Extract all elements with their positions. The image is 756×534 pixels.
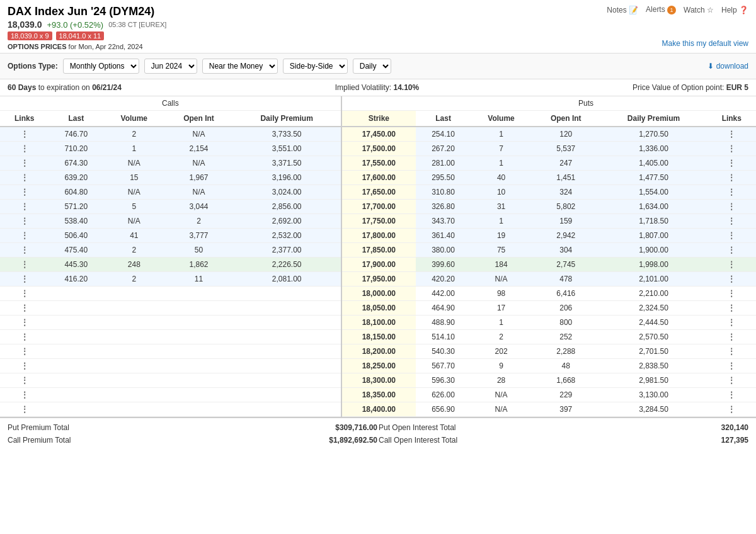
col-dp-puts: Daily Premium [600, 111, 707, 127]
put-last: 596.30 [416, 373, 471, 388]
links-right[interactable]: ⋮ [707, 359, 756, 373]
table-row: ⋮ 18,200.00 540.30 202 2,288 2,701.50 ⋮ [0, 344, 756, 359]
default-view-link[interactable]: Make this my default view [662, 39, 748, 48]
table-row: ⋮ 674.30 N/A N/A 3,371.50 17,550.00 281.… [0, 156, 756, 171]
call-daily-premium [233, 287, 341, 301]
links-right[interactable]: ⋮ [707, 388, 756, 402]
put-volume: 40 [471, 171, 532, 185]
put-daily-premium: 1,900.00 [600, 243, 707, 258]
put-volume: 184 [471, 258, 532, 272]
call-daily-premium [233, 359, 341, 373]
links-left[interactable]: ⋮ [0, 127, 49, 142]
links-right[interactable]: ⋮ [707, 301, 756, 315]
table-row: ⋮ 639.20 15 1,967 3,196.00 17,600.00 295… [0, 171, 756, 185]
table-row: ⋮ 18,350.00 626.00 N/A 229 3,130.00 ⋮ [0, 388, 756, 402]
put-volume: N/A [471, 388, 532, 402]
watch-link[interactable]: Watch ☆ [684, 6, 714, 14]
price-point-value: EUR 5 [726, 83, 748, 92]
call-last: 475.40 [49, 243, 103, 258]
put-open-int: 229 [532, 388, 600, 402]
call-last [49, 359, 103, 373]
call-last [49, 388, 103, 402]
links-left[interactable]: ⋮ [0, 287, 49, 301]
links-right[interactable]: ⋮ [707, 185, 756, 200]
expiry-select[interactable]: Jun 2024 [144, 59, 197, 74]
put-open-int: 478 [532, 272, 600, 287]
strike-price: 17,750.00 [341, 214, 416, 229]
links-right[interactable]: ⋮ [707, 344, 756, 359]
links-right[interactable]: ⋮ [707, 315, 756, 330]
col-links-left: Links [0, 111, 49, 127]
put-open-int: 159 [532, 214, 600, 229]
links-right[interactable]: ⋮ [707, 171, 756, 185]
links-right[interactable]: ⋮ [707, 287, 756, 301]
put-open-int: 5,537 [532, 142, 600, 156]
call-volume [103, 287, 164, 301]
options-table: Calls Puts Links Last Volume Open Int Da… [0, 96, 756, 417]
links-left[interactable]: ⋮ [0, 359, 49, 373]
links-right[interactable]: ⋮ [707, 214, 756, 229]
links-left[interactable]: ⋮ [0, 156, 49, 171]
put-premium-label: Put Premium Total [8, 423, 69, 432]
links-right[interactable]: ⋮ [707, 200, 756, 214]
links-left[interactable]: ⋮ [0, 315, 49, 330]
links-right[interactable]: ⋮ [707, 156, 756, 171]
links-right[interactable]: ⋮ [707, 127, 756, 142]
col-oi-puts: Open Int [532, 111, 600, 127]
links-left[interactable]: ⋮ [0, 272, 49, 287]
strike-price: 18,000.00 [341, 287, 416, 301]
links-right[interactable]: ⋮ [707, 272, 756, 287]
put-daily-premium: 3,284.50 [600, 402, 707, 417]
links-left[interactable]: ⋮ [0, 388, 49, 402]
links-left[interactable]: ⋮ [0, 171, 49, 185]
notes-link[interactable]: Notes 📝 [607, 6, 638, 14]
links-left[interactable]: ⋮ [0, 301, 49, 315]
download-button[interactable]: ⬇ download [707, 62, 748, 71]
call-daily-premium: 2,692.00 [233, 214, 341, 229]
links-left[interactable]: ⋮ [0, 344, 49, 359]
links-left[interactable]: ⋮ [0, 142, 49, 156]
links-right[interactable]: ⋮ [707, 243, 756, 258]
put-volume: 10 [471, 185, 532, 200]
view-select[interactable]: Side-by-Side [283, 59, 348, 74]
links-left[interactable]: ⋮ [0, 330, 49, 344]
links-left[interactable]: ⋮ [0, 243, 49, 258]
moneyness-select[interactable]: Near the Money [202, 59, 278, 74]
links-left[interactable]: ⋮ [0, 185, 49, 200]
call-open-int: 3,777 [164, 229, 232, 243]
col-last-puts: Last [416, 111, 471, 127]
call-volume [103, 330, 164, 344]
links-right[interactable]: ⋮ [707, 402, 756, 417]
strike-price: 17,900.00 [341, 258, 416, 272]
options-date-label: OPTIONS PRICES for Mon, Apr 22nd, 2024 [8, 43, 748, 50]
links-right[interactable]: ⋮ [707, 229, 756, 243]
links-left[interactable]: ⋮ [0, 214, 49, 229]
strike-price: 18,150.00 [341, 330, 416, 344]
help-link[interactable]: Help ❓ [721, 6, 748, 14]
links-left[interactable]: ⋮ [0, 258, 49, 272]
period-select[interactable]: Daily [353, 59, 391, 74]
links-right[interactable]: ⋮ [707, 330, 756, 344]
links-right[interactable]: ⋮ [707, 258, 756, 272]
call-volume: 1 [103, 142, 164, 156]
links-left[interactable]: ⋮ [0, 373, 49, 388]
put-volume: 31 [471, 200, 532, 214]
alerts-link[interactable]: Alerts 1 [646, 5, 676, 14]
call-open-int: 2,154 [164, 142, 232, 156]
options-type-select[interactable]: Monthly Options [63, 59, 139, 74]
put-last: 380.00 [416, 243, 471, 258]
col-last-calls: Last [49, 111, 103, 127]
top-nav: Notes 📝 Alerts 1 Watch ☆ Help ❓ [607, 5, 748, 14]
put-volume: 1 [471, 127, 532, 142]
links-left[interactable]: ⋮ [0, 229, 49, 243]
links-right[interactable]: ⋮ [707, 373, 756, 388]
call-volume [103, 373, 164, 388]
put-daily-premium: 1,270.50 [600, 127, 707, 142]
links-left[interactable]: ⋮ [0, 402, 49, 417]
put-daily-premium: 1,554.00 [600, 185, 707, 200]
links-left[interactable]: ⋮ [0, 200, 49, 214]
strike-price: 17,450.00 [341, 127, 416, 142]
strike-price: 17,600.00 [341, 171, 416, 185]
links-right[interactable]: ⋮ [707, 142, 756, 156]
put-daily-premium: 2,701.50 [600, 344, 707, 359]
